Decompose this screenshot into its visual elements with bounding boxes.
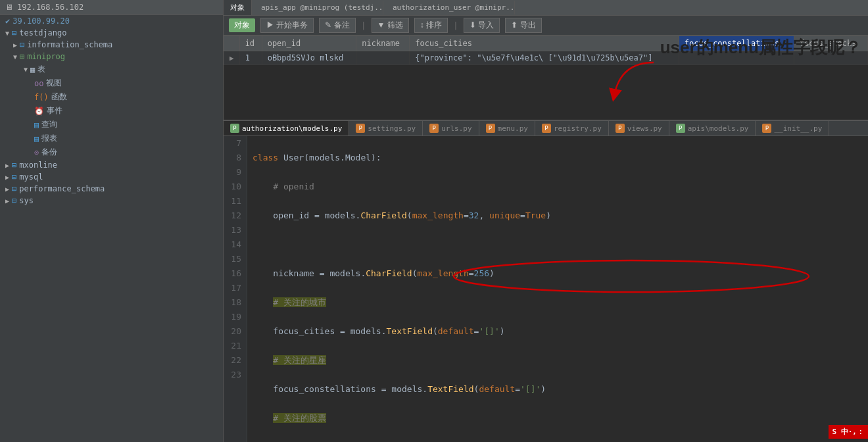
- tree-item-reports[interactable]: ▤ 报表: [0, 132, 223, 145]
- tab-file-icon: P: [230, 124, 239, 133]
- sort-button[interactable]: ↕ 排序: [414, 18, 448, 33]
- tree-item-mysql[interactable]: ▶ ⊟ mysql: [0, 171, 223, 183]
- tab-file-icon: P: [615, 124, 625, 133]
- col-focus-stocks[interactable]: focus_stocks: [794, 36, 867, 51]
- line-num-11: 11: [229, 194, 241, 209]
- event-icon: ⏰: [34, 107, 44, 116]
- tab-settings[interactable]: P settings.py: [349, 121, 423, 135]
- code-content[interactable]: 7 8 9 10 11 12 13 14 15 16 17 18 19 20 2…: [224, 136, 868, 442]
- code-line-15: focus_constellations = models.TextField(…: [253, 382, 863, 397]
- db-icon: ⊟: [12, 196, 16, 205]
- monitor-icon: 🖥: [5, 3, 13, 12]
- line-num-19: 19: [229, 310, 241, 324]
- tree-item-views[interactable]: oo 视图: [0, 76, 223, 90]
- line-num-14: 14: [229, 237, 241, 252]
- tab-file-icon: P: [762, 124, 771, 133]
- begin-transaction-button[interactable]: ▶ 开始事务: [260, 18, 314, 33]
- tab-label: authorization_user @minipr...: [393, 3, 515, 12]
- tree-item-backups[interactable]: ⊙ 备份: [0, 145, 223, 159]
- tab-urls[interactable]: P urls.py: [423, 121, 479, 135]
- line-num-9: 9: [229, 165, 241, 180]
- tree-item-mxonline[interactable]: ▶ ⊟ mxonline: [0, 159, 223, 171]
- table-row: ▶ 1 oBbpd5SVJo mlskd {"province": "\u5e7…: [224, 51, 868, 65]
- line-numbers: 7 8 9 10 11 12 13 14 15 16 17 18 19 20 2…: [224, 136, 247, 442]
- tab-apis-models[interactable]: P apis\models.py: [669, 121, 756, 135]
- export-button[interactable]: ⬆ 导出: [505, 18, 541, 33]
- tree-item-sys[interactable]: ▶ ⊟ sys: [0, 195, 223, 207]
- tab-object[interactable]: 对象: [224, 0, 252, 15]
- tree-item-testdjango[interactable]: ▼ ⊟ testdjango: [0, 27, 223, 39]
- tree-item-information-schema[interactable]: ▶ ⊟ information_schema: [0, 39, 223, 51]
- tree-label: 表: [37, 64, 45, 75]
- code-line-11: nickname = models.CharField(max_length=2…: [253, 266, 863, 281]
- tree-label: miniprog: [27, 52, 65, 61]
- tree-label: information_schema: [27, 40, 112, 49]
- function-icon: f(): [34, 93, 49, 102]
- tab-label: views.py: [627, 124, 662, 133]
- tab-label: authorization\models.py: [242, 124, 342, 133]
- expand-arrow: ▼: [5, 30, 9, 37]
- tree-label: sys: [19, 196, 34, 205]
- tab-menu[interactable]: P menu.py: [479, 121, 535, 135]
- ip-address-1[interactable]: 192.168.56.102: [17, 3, 84, 12]
- tree-item-functions[interactable]: f() 函数: [0, 90, 223, 104]
- line-num-18: 18: [229, 295, 241, 310]
- tree-item-events[interactable]: ⏰ 事件: [0, 104, 223, 118]
- tree-label: 函数: [51, 91, 67, 103]
- col-id[interactable]: id: [239, 36, 262, 51]
- main-wrapper: user的menu属性字段呢？ 对象 apis_app @miniprog (t…: [224, 0, 868, 442]
- cell-focus-stocks[interactable]: [794, 51, 867, 65]
- tab-label: __init__.py: [774, 124, 822, 133]
- table-icon: ▦: [30, 65, 35, 74]
- backup-icon: ⊙: [34, 148, 39, 157]
- query-icon: ▤: [34, 120, 39, 130]
- check-icon: ✔: [5, 16, 10, 26]
- cell-open-id[interactable]: oBbpd5SVJo mlskd: [262, 51, 356, 65]
- cell-nickname[interactable]: [356, 51, 410, 65]
- tree-label: mxonline: [19, 160, 57, 170]
- col-focus-constellations[interactable]: focus_constellations: [679, 36, 794, 51]
- expand-arrow: ▶: [5, 162, 9, 169]
- tab-registry[interactable]: P registry.py: [535, 121, 609, 135]
- code-lines[interactable]: class User(models.Model): # openid open_…: [247, 136, 868, 442]
- tab-views[interactable]: P views.py: [609, 121, 669, 135]
- tree-item-miniprog[interactable]: ▼ ⊞ miniprog: [0, 51, 223, 62]
- code-line-8: # openid: [253, 180, 863, 194]
- cell-focus-cities[interactable]: {"province": "\u5e7f\u4e1c\ ["\u91d1\u72…: [410, 51, 679, 65]
- tree-item-tables[interactable]: ▼ ▦ 表: [0, 62, 223, 76]
- database-icon: ⊟: [12, 28, 16, 37]
- db-toolbar: 对象 ▶ 开始事务 ✎ 备注 | ▼ 筛选 ↕ 排序 | ⬇ 导入 ⬆ 导出: [224, 16, 868, 36]
- tab-label: 对象: [230, 3, 245, 12]
- tab-authorization-models[interactable]: P authorization\models.py: [224, 121, 349, 135]
- line-num-20: 20: [229, 324, 241, 339]
- db-icon: ⊟: [20, 40, 24, 49]
- ip-entry-2[interactable]: ✔ 39.100.99.20: [0, 15, 223, 27]
- line-num-12: 12: [229, 209, 241, 223]
- cell-id[interactable]: 1: [239, 51, 262, 65]
- sidebar-header: 🖥 192.168.56.102: [0, 0, 223, 15]
- db-icon: ⊞: [20, 52, 24, 61]
- col-nickname[interactable]: nickname: [356, 36, 410, 51]
- col-focus-cities[interactable]: focus_cities: [410, 36, 679, 51]
- tree-label: 视图: [46, 78, 62, 89]
- cell-focus-constellations[interactable]: [679, 51, 794, 65]
- db-icon: ⊟: [12, 172, 16, 182]
- tree-label: 备份: [41, 147, 57, 158]
- view-icon: oo: [34, 79, 43, 88]
- row-indicator: ▶: [224, 51, 240, 65]
- tree-item-queries[interactable]: ▤ 查询: [0, 118, 223, 132]
- tree-item-performance-schema[interactable]: ▶ ⊟ performance_schema: [0, 183, 223, 195]
- filter-button[interactable]: ▼ 筛选: [372, 18, 409, 33]
- tab-apis-app[interactable]: apis_app @miniprog (testdj...: [252, 1, 383, 14]
- note-button[interactable]: ✎ 备注: [319, 18, 355, 33]
- import-button[interactable]: ⬇ 导入: [464, 18, 500, 33]
- code-line-9: open_id = models.CharField(max_length=32…: [253, 209, 863, 223]
- line-num-8: 8: [229, 151, 241, 165]
- expand-arrow: ▶: [5, 185, 9, 193]
- tab-label: registry.py: [554, 124, 602, 133]
- tab-file-icon: P: [676, 124, 685, 133]
- col-open-id[interactable]: open_id: [262, 36, 356, 51]
- tab-authorization-user[interactable]: authorization_user @minipr...: [383, 1, 515, 14]
- line-num-7: 7: [229, 136, 241, 151]
- tab-init[interactable]: P __init__.py: [756, 121, 829, 135]
